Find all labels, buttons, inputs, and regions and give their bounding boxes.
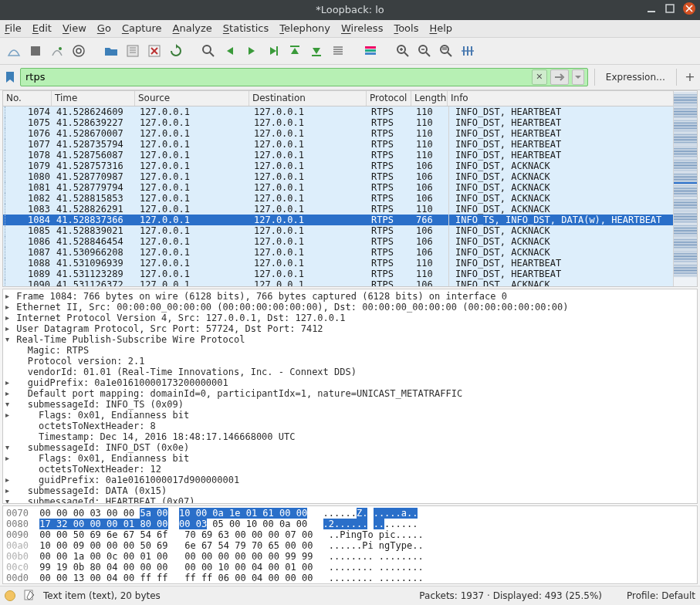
detail-row[interactable]: ▸ submessageId: DATA (0x15) (3, 485, 697, 496)
packet-row[interactable]: 108441.528837366127.0.0.1127.0.0.1RTPS76… (3, 215, 673, 225)
go-back-button[interactable] (221, 42, 239, 60)
menu-telephony[interactable]: Telephony (279, 22, 330, 34)
zoom-in-button[interactable] (394, 42, 412, 60)
packet-row[interactable]: 107441.528624609127.0.0.1127.0.0.1RTPS11… (3, 106, 673, 117)
tree-toggle-icon[interactable]: ▸ (3, 475, 11, 485)
save-file-button[interactable] (123, 42, 142, 60)
col-header-info[interactable]: Info (448, 91, 673, 106)
tree-toggle-icon[interactable]: ▸ (3, 377, 11, 388)
menu-analyze[interactable]: Analyze (173, 22, 212, 34)
shark-fin-icon[interactable] (5, 42, 23, 60)
menu-edit[interactable]: Edit (32, 22, 52, 34)
packet-row[interactable]: 107841.528756087127.0.0.1127.0.0.1RTPS11… (3, 150, 673, 161)
display-filter-input[interactable] (24, 70, 529, 83)
minimize-button[interactable] (646, 3, 657, 14)
col-header-no[interactable]: No. (3, 91, 52, 106)
tree-toggle-icon[interactable]: ▾ (3, 442, 11, 453)
tree-toggle-icon[interactable]: ▸ (3, 410, 11, 421)
detail-row[interactable]: Timestamp: Dec 14, 2016 18:48:17.1466680… (3, 431, 697, 442)
detail-row[interactable]: ▸ guidPrefix: 0a1e0161000017d900000001 (3, 475, 697, 485)
detail-row[interactable]: Protocol version: 2.1 (3, 356, 697, 367)
packet-row[interactable]: 107941.528757316127.0.0.1127.0.0.1RTPS10… (3, 161, 673, 171)
detail-row[interactable]: ▸ guidPrefix: 0a1e01610000173200000001 (3, 377, 697, 388)
detail-row[interactable]: ▸ Internet Protocol Version 4, Src: 127.… (3, 313, 697, 323)
auto-scroll-button[interactable] (329, 42, 347, 60)
tree-toggle-icon[interactable]: ▸ (3, 313, 11, 323)
tree-toggle-icon[interactable]: ▸ (3, 302, 11, 313)
detail-row[interactable]: vendorId: 01.01 (Real-Time Innovations, … (3, 367, 697, 377)
menu-wireless[interactable]: Wireless (341, 22, 383, 34)
close-file-button[interactable] (145, 42, 164, 60)
expression-button[interactable]: Expression… (601, 72, 670, 83)
menu-tools[interactable]: Tools (394, 22, 418, 34)
tree-toggle-icon[interactable]: ▾ (3, 399, 11, 410)
packet-list-header[interactable]: No. Time Source Destination Protocol Len… (3, 91, 673, 106)
packet-row[interactable]: 108241.528815853127.0.0.1127.0.0.1RTPS10… (3, 193, 673, 204)
hex-row[interactable]: 0090 00 00 50 69 6e 67 54 6f 70 69 63 00… (6, 529, 694, 540)
menu-file[interactable]: File (5, 22, 22, 34)
edit-capture-comment-icon[interactable] (23, 589, 36, 603)
packet-row[interactable]: 108841.531096939127.0.0.1127.0.0.1RTPS11… (3, 258, 673, 269)
packet-row[interactable]: 107641.528670007127.0.0.1127.0.0.1RTPS11… (3, 128, 673, 139)
detail-row[interactable]: ▸ Ethernet II, Src: 00:00:00_00:00:00 (0… (3, 302, 697, 313)
go-forward-button[interactable] (242, 42, 261, 60)
hex-row[interactable]: 00a0 10 00 09 00 00 00 50 69 6e 67 54 79… (6, 540, 694, 551)
filter-dropdown-button[interactable] (572, 69, 584, 85)
colorize-button[interactable] (361, 42, 380, 60)
clear-filter-button[interactable]: ✕ (532, 69, 547, 85)
detail-row[interactable]: ▾ submessageId: INFO_DST (0x0e) (3, 442, 697, 453)
col-header-dest[interactable]: Destination (249, 91, 367, 106)
maximize-button[interactable] (664, 3, 675, 14)
packet-list-minimap[interactable] (673, 91, 697, 286)
add-filter-button[interactable]: + (683, 69, 697, 84)
hex-row[interactable]: 00d0 00 00 13 00 04 00 ff ff ff ff 06 00… (6, 573, 694, 583)
profile-label[interactable]: Profile: Default (627, 590, 695, 601)
packet-list-rows[interactable]: 107441.528624609127.0.0.1127.0.0.1RTPS11… (3, 106, 673, 286)
bookmark-filter-icon[interactable] (3, 70, 17, 84)
go-to-last-button[interactable] (307, 42, 326, 60)
menu-statistics[interactable]: Statistics (223, 22, 269, 34)
packet-details-pane[interactable]: ▸ Frame 1084: 766 bytes on wire (6128 bi… (2, 289, 698, 504)
menu-view[interactable]: View (63, 22, 86, 34)
menu-help[interactable]: Help (429, 22, 452, 34)
tree-toggle-icon[interactable]: ▸ (3, 291, 11, 302)
col-header-protocol[interactable]: Protocol (367, 91, 411, 106)
find-packet-button[interactable] (199, 42, 218, 60)
hex-row[interactable]: 0070 00 00 00 03 00 00 5a 00 10 00 0a 1e… (6, 508, 694, 519)
tree-toggle-icon[interactable]: ▸ (3, 323, 11, 334)
detail-row[interactable]: Magic: RTPS (3, 345, 697, 356)
close-button[interactable] (683, 2, 695, 15)
detail-row[interactable]: ▸ User Datagram Protocol, Src Port: 5772… (3, 323, 697, 334)
col-header-time[interactable]: Time (52, 91, 135, 106)
detail-row[interactable]: ▾ submessageId: HEARTBEAT (0x07) (3, 496, 697, 504)
go-to-packet-button[interactable] (264, 42, 282, 60)
detail-row[interactable]: ▾ Real-Time Publish-Subscribe Wire Proto… (3, 334, 697, 345)
zoom-out-button[interactable] (415, 42, 434, 60)
open-file-button[interactable] (102, 42, 120, 60)
detail-row[interactable]: octetsToNextHeader: 8 (3, 421, 697, 431)
tree-toggle-icon[interactable]: ▸ (3, 388, 11, 399)
packet-row[interactable]: 108941.531123289127.0.0.1127.0.0.1RTPS11… (3, 269, 673, 279)
detail-row[interactable]: ▸ Flags: 0x01, Endianness bit (3, 410, 697, 421)
hex-row[interactable]: 00b0 00 00 1a 00 0c 00 01 00 00 00 00 00… (6, 551, 694, 562)
resize-columns-button[interactable] (458, 42, 477, 60)
menu-capture[interactable]: Capture (122, 22, 162, 34)
capture-options-button[interactable] (69, 42, 88, 60)
packet-row[interactable]: 108041.528770987127.0.0.1127.0.0.1RTPS10… (3, 171, 673, 182)
hex-row[interactable]: 00c0 99 19 0b 80 04 00 00 00 00 00 10 00… (6, 562, 694, 573)
packet-bytes-pane[interactable]: 0070 00 00 00 03 00 00 5a 00 10 00 0a 1e… (2, 505, 698, 584)
packet-row[interactable]: 108541.528839021127.0.0.1127.0.0.1RTPS10… (3, 225, 673, 236)
col-header-source[interactable]: Source (135, 91, 249, 106)
packet-row[interactable]: 107741.528735794127.0.0.1127.0.0.1RTPS11… (3, 139, 673, 150)
go-to-first-button[interactable] (286, 42, 304, 60)
hex-row[interactable]: 0080 17 32 00 00 00 01 80 00 00 03 05 00… (6, 519, 694, 529)
tree-toggle-icon[interactable]: ▸ (3, 485, 11, 496)
zoom-reset-button[interactable] (437, 42, 455, 60)
detail-row[interactable]: ▾ submessageId: INFO_TS (0x09) (3, 399, 697, 410)
reload-file-button[interactable] (167, 42, 185, 60)
stop-capture-button[interactable] (26, 42, 45, 60)
packet-row[interactable]: 108141.528779794127.0.0.1127.0.0.1RTPS10… (3, 182, 673, 193)
detail-row[interactable]: ▸ Default port mapping: domainId=0, part… (3, 388, 697, 399)
packet-row[interactable]: 108641.528846454127.0.0.1127.0.0.1RTPS10… (3, 236, 673, 247)
packet-row[interactable]: 107541.528639227127.0.0.1127.0.0.1RTPS11… (3, 117, 673, 128)
